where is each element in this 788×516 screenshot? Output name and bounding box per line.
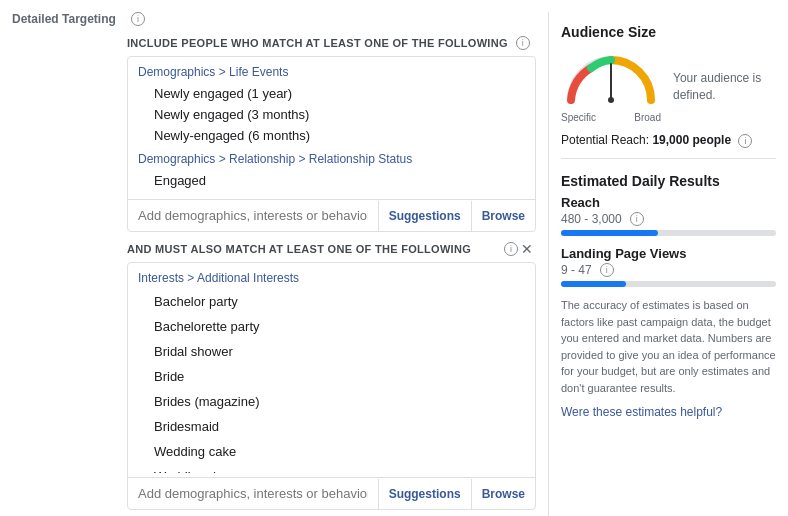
list-item[interactable]: Bridesmaid [128,414,535,439]
list-item[interactable]: Bridal shower [128,339,535,364]
section-label: Detailed Targeting [12,12,127,26]
must-also-info-icon[interactable]: i [504,242,518,256]
svg-point-1 [608,97,614,103]
targeting-item: Newly engaged (3 months) [138,104,525,125]
potential-reach: Potential Reach: 19,000 people i [561,133,776,159]
demographics-relationship-link[interactable]: Demographics > Relationship > Relationsh… [138,152,525,166]
landing-range-value: 9 - 47 [561,263,592,277]
gauge-wrap [561,50,661,110]
must-also-dropdown-box: Interests > Additional Interests Bachelo… [127,262,536,510]
must-also-browse-btn[interactable]: Browse [471,479,535,509]
targeting-item: Engaged [138,170,525,191]
include-add-input[interactable] [128,200,378,231]
must-also-label: and MUST ALSO match at least ONE of the … [127,243,496,255]
must-also-add-input[interactable] [128,478,378,509]
landing-info-icon[interactable]: i [600,263,614,277]
disclaimer-text: The accuracy of estimates is based on fa… [561,297,776,396]
list-item[interactable]: Bride [128,364,535,389]
potential-reach-value: 19,000 people [652,133,731,147]
section-info-icon[interactable]: i [131,12,145,26]
list-item[interactable]: Wedding dress [128,464,535,473]
include-info-icon[interactable]: i [516,36,530,50]
list-item[interactable]: Bachelor party [128,289,535,314]
gauge-svg [561,50,661,108]
include-suggestions-btn[interactable]: Suggestions [378,201,471,231]
reach-range-value: 480 - 3,000 [561,212,622,226]
targeting-item: Newly-engaged (6 months) [138,125,525,146]
must-also-suggestions-btn[interactable]: Suggestions [378,479,471,509]
include-targeting-box: Demographics > Life Events Newly engaged… [127,56,536,232]
reach-info-icon[interactable]: i [630,212,644,226]
gauge-specific-label: Specific [561,112,596,123]
reach-label: Reach [561,195,776,210]
audience-defined-text: Your audience is defined. [673,70,776,104]
reach-bar-fill [561,230,658,236]
reach-range: 480 - 3,000 i [561,212,776,226]
interests-additional-link[interactable]: Interests > Additional Interests [128,269,535,289]
dropdown-list: Interests > Additional Interests Bachelo… [128,263,535,473]
gauge-broad-label: Broad [634,112,661,123]
list-item[interactable]: Bachelorette party [128,314,535,339]
include-header: INCLUDE people who match at least ONE of… [127,37,508,49]
potential-reach-label: Potential Reach: [561,133,649,147]
potential-reach-info-icon[interactable]: i [738,134,752,148]
landing-range: 9 - 47 i [561,263,776,277]
list-item[interactable]: Wedding cake [128,439,535,464]
must-also-add-row: Suggestions Browse [128,477,535,509]
right-panel: Audience Size [548,12,788,516]
include-browse-btn[interactable]: Browse [471,201,535,231]
gauge-labels: Specific Broad [561,112,661,123]
landing-bar-bg [561,281,776,287]
landing-label: Landing Page Views [561,246,776,261]
list-item[interactable]: Brides (magazine) [128,389,535,414]
estimated-daily-title: Estimated Daily Results [561,173,776,189]
targeting-item: Newly engaged (1 year) [138,83,525,104]
reach-bar-bg [561,230,776,236]
audience-size-title: Audience Size [561,24,776,40]
landing-bar-fill [561,281,626,287]
include-add-row: Suggestions Browse [128,199,535,231]
helpful-link[interactable]: Were these estimates helpful? [561,405,722,419]
demographics-life-events-link[interactable]: Demographics > Life Events [138,65,525,79]
gauge-container: Specific Broad Your audience is defined. [561,50,776,123]
must-also-close-btn[interactable]: ✕ [518,240,536,258]
must-also-header: and MUST ALSO match at least ONE of the … [127,240,536,258]
